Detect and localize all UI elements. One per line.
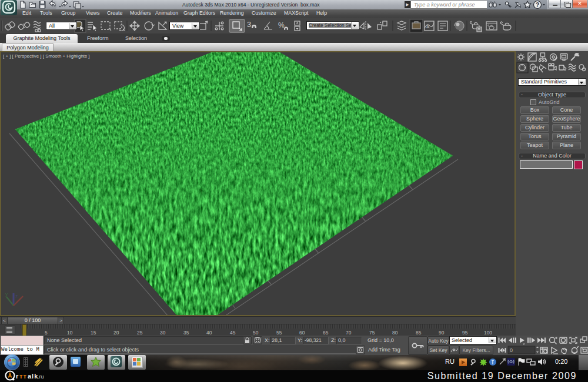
svg-text:%: %	[278, 21, 285, 29]
svg-text:тт: тт	[19, 373, 27, 380]
svg-text:z: z	[15, 293, 18, 299]
svg-text:3: 3	[247, 20, 251, 29]
svg-text:?: ?	[536, 2, 539, 8]
svg-text:r: r	[16, 373, 19, 380]
svg-text:0: 0	[510, 347, 513, 353]
svg-text:y: y	[5, 291, 8, 297]
svg-text:.ru: .ru	[38, 374, 44, 380]
svg-text:alk: alk	[28, 373, 38, 380]
svg-text:A: A	[426, 24, 430, 29]
